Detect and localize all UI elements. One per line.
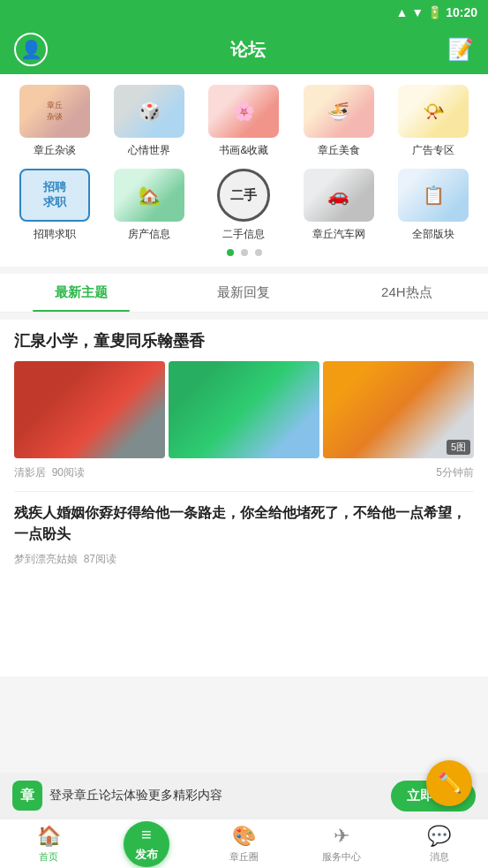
- category-item-zhuqitan[interactable]: 章丘杂谈 章丘杂谈: [7, 85, 101, 158]
- category-img-xinqing: 🎲: [114, 85, 184, 138]
- status-icons: ▲ ▼ 🔋 10:20: [395, 5, 477, 19]
- bottom-nav: 🏠 首页 ≡ 发布 🎨 章丘圈 ✈ 服务中心 💬 消息: [0, 819, 488, 868]
- nav-label-home: 首页: [39, 850, 58, 864]
- battery-icon: 🔋: [427, 5, 442, 19]
- publish-button[interactable]: ≡ 发布: [124, 821, 169, 867]
- zhangqiuquan-icon: 🎨: [232, 825, 256, 848]
- login-logo: 章: [12, 781, 42, 811]
- wifi-icon: ▼: [411, 5, 424, 19]
- login-banner-left: 章 登录章丘论坛体验更多精彩内容: [12, 781, 222, 811]
- image-badge: 5图: [447, 440, 470, 455]
- category-item-quanbu[interactable]: 📋 全部版块: [387, 169, 481, 242]
- category-item-guanggao[interactable]: 📯 广告专区: [387, 85, 481, 158]
- article-2-title: 残疾人婚姻你孬好得给他一条路走，你全给他堵死了，不给他一点希望，一点盼头: [14, 502, 474, 545]
- category-label-zhaopin: 招聘求职: [34, 227, 76, 242]
- tab-hot[interactable]: 24H热点: [326, 274, 488, 312]
- article-item-2[interactable]: 残疾人婚姻你孬好得给他一条路走，你全给他堵死了，不给他一点希望，一点盼头 梦到漂…: [14, 502, 474, 567]
- nav-item-message[interactable]: 💬 消息: [390, 825, 488, 864]
- category-img-meishi: 🍜: [304, 85, 374, 138]
- category-label-fangchan: 房产信息: [128, 227, 170, 242]
- category-img-zhaopin: 招聘求职: [19, 169, 90, 222]
- category-item-zhaopin[interactable]: 招聘求职 招聘求职: [7, 169, 101, 242]
- publish-label: 发布: [135, 847, 158, 863]
- service-icon: ✈: [334, 825, 349, 848]
- category-item-ershou[interactable]: 二手 二手信息: [197, 169, 291, 242]
- category-img-ershou: 二手: [217, 169, 270, 222]
- fab-button[interactable]: ✏️: [426, 760, 472, 806]
- article-1-time: 5分钟前: [436, 465, 474, 480]
- divider-1: [14, 491, 474, 492]
- tabs: 最新主题 最新回复 24H热点: [0, 274, 488, 313]
- dot-1: [227, 249, 234, 256]
- category-item-meishi[interactable]: 🍜 章丘美食: [291, 85, 386, 158]
- tab-latest[interactable]: 最新主题: [0, 274, 162, 312]
- nav-label-service: 服务中心: [322, 850, 361, 864]
- signal-icon: ▲: [395, 5, 408, 19]
- login-banner: 章 登录章丘论坛体验更多精彩内容 立即登录: [0, 773, 488, 819]
- category-label-xinqing: 心情世界: [128, 143, 170, 158]
- article-img-1-1: [14, 361, 165, 458]
- nav-item-zhangqiuquan[interactable]: 🎨 章丘圈: [195, 825, 293, 864]
- category-item-qiche[interactable]: 🚗 章丘汽车网: [291, 169, 386, 242]
- nav-label-zhangqiuquan: 章丘圈: [229, 850, 259, 864]
- article-item-1[interactable]: 汇泉小学，童叟同乐翰墨香 5图 清影居 90阅读 5分钟前: [14, 330, 474, 480]
- category-item-xinqing[interactable]: 🎲 心情世界: [101, 85, 196, 158]
- article-2-meta: 梦到漂亮姑娘 87阅读: [14, 552, 474, 567]
- time-display: 10:20: [446, 5, 477, 19]
- category-grid: 章丘杂谈 章丘杂谈 🎲 心情世界 🌸 书画&收藏 🍜 章丘美食 📯: [0, 85, 488, 242]
- article-img-1-3: 5图: [323, 361, 474, 458]
- category-img-guanggao: 📯: [398, 85, 469, 138]
- category-label-shuhua: 书画&收藏: [219, 143, 268, 158]
- avatar-icon: 👤: [20, 39, 42, 60]
- category-img-shuhua: 🌸: [208, 85, 279, 138]
- article-list: 汇泉小学，童叟同乐翰墨香 5图 清影居 90阅读 5分钟前 残疾人婚姻你孬好得给…: [0, 320, 488, 676]
- nav-label-message: 消息: [430, 850, 449, 864]
- article-2-author-reads: 梦到漂亮姑娘 87阅读: [14, 552, 116, 567]
- category-label-ershou: 二手信息: [222, 227, 265, 242]
- article-1-meta: 清影居 90阅读 5分钟前: [14, 465, 474, 480]
- dot-2: [241, 249, 248, 256]
- avatar-button[interactable]: 👤: [14, 33, 48, 66]
- category-img-quanbu: 📋: [398, 169, 469, 222]
- category-label-qiche: 章丘汽车网: [312, 227, 365, 242]
- message-icon: 💬: [427, 825, 451, 848]
- category-img-qiche: 🚗: [304, 169, 374, 222]
- article-1-author-reads: 清影居 90阅读: [14, 465, 85, 480]
- category-img-zhuqitan: 章丘杂谈: [19, 85, 90, 138]
- nav-item-publish[interactable]: ≡ 发布: [98, 821, 196, 867]
- publish-icon: ≡: [141, 825, 152, 845]
- article-img-1-2: [169, 361, 319, 458]
- dot-3: [255, 249, 262, 256]
- nav-item-home[interactable]: 🏠 首页: [0, 825, 98, 864]
- category-img-fangchan: 🏡: [114, 169, 184, 222]
- dot-indicators: [0, 249, 488, 256]
- header: 👤 论坛 📝: [0, 25, 488, 74]
- edit-icon[interactable]: 📝: [447, 37, 474, 62]
- category-item-fangchan[interactable]: 🏡 房产信息: [101, 169, 196, 242]
- category-label-meishi: 章丘美食: [318, 143, 360, 158]
- status-bar: ▲ ▼ 🔋 10:20: [0, 0, 488, 25]
- category-label-guanggao: 广告专区: [412, 143, 454, 158]
- fab-icon: ✏️: [438, 772, 462, 795]
- nav-item-service[interactable]: ✈ 服务中心: [293, 825, 391, 864]
- login-banner-text: 登录章丘论坛体验更多精彩内容: [49, 788, 222, 804]
- header-title: 论坛: [230, 38, 266, 62]
- category-item-shuhua[interactable]: 🌸 书画&收藏: [197, 85, 291, 158]
- article-1-images: 5图: [14, 361, 474, 458]
- article-1-title: 汇泉小学，童叟同乐翰墨香: [14, 330, 474, 352]
- category-label-zhuqitan: 章丘杂谈: [34, 143, 76, 158]
- category-section: 章丘杂谈 章丘杂谈 🎲 心情世界 🌸 书画&收藏 🍜 章丘美食 📯: [0, 74, 488, 267]
- category-label-quanbu: 全部版块: [412, 227, 454, 242]
- tab-reply[interactable]: 最新回复: [162, 274, 325, 312]
- home-icon: 🏠: [37, 825, 61, 848]
